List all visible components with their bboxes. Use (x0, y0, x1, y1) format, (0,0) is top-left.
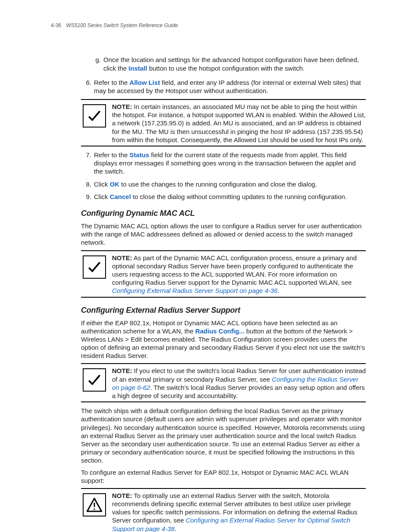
allow-list-keyword: Allow List (130, 79, 160, 86)
step-7: 7. Refer to the Status field for the cur… (81, 151, 366, 176)
paragraph: If either the EAP 802.1x, Hotspot or Dyn… (81, 319, 366, 360)
checkmark-icon (83, 104, 106, 128)
note-block: NOTE: To optimally use an external Radiu… (81, 488, 366, 532)
note-text: NOTE: If you elect to use the switch's l… (112, 366, 366, 400)
svg-point-1 (93, 508, 95, 510)
radius-config-keyword: Radius Config... (195, 327, 244, 335)
paragraph: The switch ships with a default configur… (81, 407, 366, 464)
note-text: NOTE: As part of the Dynamic MAC ACL con… (112, 253, 366, 295)
checkmark-icon (83, 368, 106, 392)
note-text: NOTE: To optimally use an external Radiu… (112, 491, 366, 532)
warning-icon (83, 493, 106, 516)
install-keyword: Install (128, 65, 147, 72)
status-keyword: Status (130, 151, 149, 159)
step-9: 9. Click Cancel to close the dialog with… (81, 193, 366, 201)
step-body: Click OK to use the changes to the runni… (94, 180, 366, 188)
step-8: 8. Click OK to use the changes to the ru… (81, 180, 366, 188)
list-marker: 6. (81, 78, 94, 95)
paragraph: To configure an external Radius Server f… (81, 468, 366, 485)
step-6: 6. Refer to the Allow List field, and en… (81, 78, 366, 95)
doc-title: WS5100 Series Switch System Reference Gu… (66, 22, 177, 28)
paragraph: The Dynamic MAC ACL option allows the us… (81, 222, 366, 247)
step-body: Refer to the Status field for the curren… (94, 151, 366, 176)
substep-g: g. Once the location and settings for th… (92, 56, 366, 72)
page-number: 4-36 (51, 22, 61, 28)
list-marker: 9. (81, 193, 94, 201)
page-content: g. Once the location and settings for th… (81, 56, 366, 532)
checkmark-icon (83, 255, 106, 279)
heading-external-radius: Configuring External Radius Server Suppo… (81, 305, 366, 315)
list-marker: g. (92, 56, 103, 72)
note-block: NOTE: In certain instances, an associate… (81, 99, 366, 146)
note-block: NOTE: If you elect to use the switch's l… (81, 363, 366, 402)
running-header: 4-36 WS5100 Series Switch System Referen… (51, 22, 366, 29)
list-marker: 7. (81, 151, 94, 176)
step-body: Once the location and settings for the a… (103, 56, 366, 72)
ok-keyword: OK (110, 180, 120, 188)
note-text: NOTE: In certain instances, an associate… (112, 102, 366, 144)
heading-dynamic-mac-acl: Configuring Dynamic MAC ACL (81, 208, 366, 218)
cancel-keyword: Cancel (110, 193, 131, 200)
cross-reference-link[interactable]: Configuring External Radius Server Suppo… (112, 287, 277, 294)
step-body: Click Cancel to close the dialog without… (94, 193, 366, 201)
list-marker: 8. (81, 180, 94, 188)
note-block: NOTE: As part of the Dynamic MAC ACL con… (81, 250, 366, 298)
step-body: Refer to the Allow List field, and enter… (94, 78, 366, 95)
document-page: 4-36 WS5100 Series Switch System Referen… (0, 0, 411, 532)
